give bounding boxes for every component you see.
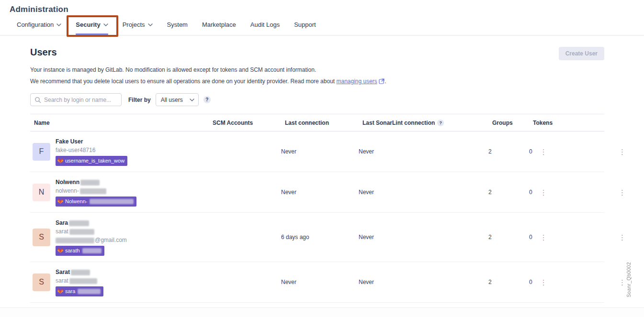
tab-support[interactable]: Support: [287, 18, 323, 35]
tokens-menu-icon[interactable]: ⋮: [540, 279, 547, 285]
redacted-text: [56, 238, 94, 243]
row-actions-menu-icon[interactable]: ⋮: [619, 234, 626, 240]
description-line-1: Your instance is managed by GitLab. No m…: [30, 66, 604, 73]
tokens-menu-icon[interactable]: ⋮: [540, 189, 547, 196]
column-header-tokens: Tokens: [533, 120, 594, 126]
description-line-2-suffix: .: [384, 78, 386, 85]
search-icon: [34, 97, 41, 103]
tab-marketplace[interactable]: Marketplace: [195, 18, 243, 35]
chevron-down-icon: [103, 23, 108, 26]
redacted-text: [82, 248, 102, 253]
filter-help-icon[interactable]: ?: [203, 96, 211, 103]
avatar: F: [33, 143, 50, 161]
row-actions-menu-icon[interactable]: ⋮: [619, 149, 626, 155]
row-actions-menu-icon[interactable]: ⋮: [619, 189, 626, 196]
groups-count: 2: [488, 148, 529, 155]
last-connection-cell: Never: [281, 148, 359, 155]
users-table: NameSCM AccountsLast connectionLast Sona…: [30, 114, 604, 303]
tokens-cell: 0 ⋮: [529, 234, 590, 240]
tab-label: Security: [76, 21, 100, 28]
identity-provider-badge: sara: [56, 286, 103, 296]
column-header-label: Last connection: [285, 120, 329, 126]
tab-security[interactable]: Security: [68, 18, 115, 35]
table-row: F Fake User fake-user48716 username_is_t…: [30, 131, 604, 172]
redacted-text: [69, 278, 97, 284]
column-header-last-sonarlint-connection: Last SonarLint connection?: [362, 120, 492, 126]
search-input[interactable]: [30, 93, 122, 106]
tab-label: Marketplace: [202, 21, 236, 28]
admin-nav: ConfigurationSecurityProjectsSystemMarke…: [10, 18, 644, 35]
tokens-menu-icon[interactable]: ⋮: [540, 149, 547, 155]
watermark: Soanr_Qb0002: [626, 262, 632, 297]
chevron-down-icon: [148, 23, 153, 26]
groups-count: 2: [488, 279, 529, 285]
avatar: N: [33, 184, 50, 201]
avatar: S: [33, 229, 50, 246]
description-line-2-text: We recommend that you delete local users…: [30, 78, 336, 85]
column-header-label: Last SonarLint connection: [362, 120, 435, 126]
chevron-down-icon: [190, 98, 194, 101]
tab-system[interactable]: System: [160, 18, 195, 35]
users-table-body: F Fake User fake-user48716 username_is_t…: [30, 131, 604, 303]
row-actions-menu-icon[interactable]: ⋮: [619, 279, 626, 285]
column-header-groups: Groups: [492, 120, 533, 126]
user-email: @gmail.com: [56, 236, 127, 244]
column-header-label: Name: [34, 120, 50, 126]
tokens-cell: 0 ⋮: [529, 279, 590, 285]
tokens-cell: 0 ⋮: [529, 189, 590, 196]
filter-by-label: Filter by: [128, 97, 151, 103]
redacted-text: [71, 270, 90, 275]
description-line-2: We recommend that you delete local users…: [30, 78, 604, 86]
tab-projects[interactable]: Projects: [115, 18, 160, 35]
tab-audit-logs[interactable]: Audit Logs: [243, 18, 287, 35]
identity-provider-badge: username_is_taken_wow: [56, 156, 127, 166]
users-heading: Users: [30, 47, 57, 58]
user-identity-cell: S Sarat sarat sara: [30, 268, 209, 296]
last-connection-cell: 6 days ago: [281, 234, 359, 240]
tokens-count: 0: [529, 279, 532, 285]
users-table-header: NameSCM AccountsLast connectionLast Sona…: [30, 114, 604, 131]
filter-toolbar: Filter by All users ?: [30, 93, 604, 106]
tab-label: Projects: [123, 21, 145, 28]
managing-users-link[interactable]: managing users: [336, 78, 377, 85]
table-row: S Sarat sarat sara Never Never 2 0 ⋮ ⋮: [30, 262, 604, 303]
column-header-last-connection: Last connection: [285, 120, 362, 126]
gitlab-icon: [57, 288, 63, 294]
tokens-count: 0: [529, 189, 532, 196]
chevron-down-icon: [56, 23, 61, 26]
user-login: fake-user48716: [56, 146, 127, 154]
user-name: Sarat: [56, 268, 103, 276]
create-user-button[interactable]: Create User: [559, 47, 604, 60]
gitlab-icon: [57, 248, 63, 253]
tokens-menu-icon[interactable]: ⋮: [540, 234, 547, 240]
column-header-name: Name: [34, 120, 213, 126]
column-header-label: Groups: [492, 120, 513, 126]
search-input-wrapper: [30, 93, 122, 106]
redacted-text: [78, 289, 101, 294]
user-login: nolwenn-: [56, 186, 136, 195]
user-filter-select[interactable]: All users: [156, 93, 199, 106]
user-filter-selected-value: All users: [161, 97, 183, 103]
tab-configuration[interactable]: Configuration: [10, 18, 68, 35]
last-connection-cell: Never: [281, 279, 359, 285]
table-row: N Nolwenn nolwenn- Nolwenn- Never Never …: [30, 172, 604, 213]
user-name: Fake User: [56, 137, 127, 146]
last-connection-cell: Never: [281, 189, 359, 196]
column-header-label: SCM Accounts: [213, 120, 253, 126]
sonarlint-connection-cell: Never: [359, 189, 488, 196]
user-identity-cell: F Fake User fake-user48716 username_is_t…: [30, 137, 209, 166]
external-link-icon: [379, 78, 384, 86]
identity-provider-badge: sarath: [56, 246, 104, 256]
sonarlint-connection-cell: Never: [359, 234, 488, 240]
redacted-text: [69, 229, 94, 235]
gitlab-icon: [57, 198, 63, 204]
groups-count: 2: [488, 189, 529, 196]
bottom-strip: [0, 307, 644, 317]
app-root: Administration ConfigurationSecurityProj…: [0, 0, 644, 317]
column-help-icon[interactable]: ?: [437, 120, 444, 126]
tokens-count: 0: [529, 148, 532, 155]
sonarlint-connection-cell: Never: [359, 279, 488, 285]
tab-label: Support: [294, 21, 316, 28]
column-header-scm-accounts: SCM Accounts: [213, 120, 285, 126]
tokens-cell: 0 ⋮: [529, 148, 590, 155]
